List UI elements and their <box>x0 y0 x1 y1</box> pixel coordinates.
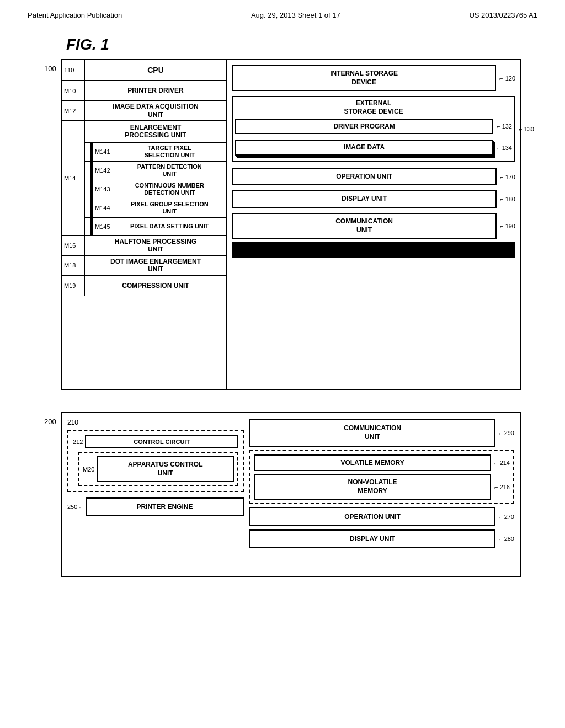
connector-area <box>232 242 515 386</box>
ref-130-label: ⌐ 130 <box>519 126 534 132</box>
external-storage-label: EXTERNALSTORAGE DEVICE <box>235 99 512 115</box>
diag1-outer-box: 110 CPU M10 PRINTER DRIVER M12 IMAGE DAT… <box>61 59 521 390</box>
image-data-stack: IMAGE DATA <box>235 140 493 155</box>
image-data-acq: IMAGE DATA ACQUISITIONUNIT <box>85 101 226 120</box>
apparatus-dashed-box: M20 APPARATUS CONTROLUNIT <box>78 452 238 486</box>
diag2-outer-box: 210 212 CONTROL CIRCUIT M20 APPARATUS CO… <box>61 412 521 577</box>
diag2-operation-row: OPERATION UNIT ⌐ 270 <box>249 507 514 526</box>
row-m143: M143 CONTINUOUS NUMBERDETECTION UNIT <box>85 180 226 199</box>
printer-engine-box: PRINTER ENGINE <box>86 497 244 516</box>
header-right: US 2013/0223765 A1 <box>469 11 537 19</box>
ref-210-label: 210 <box>67 419 244 426</box>
label-m16: M16 <box>62 236 85 255</box>
row-m142: M142 PATTERN DETECTIONUNIT <box>85 162 226 180</box>
label-m145: M145 <box>90 218 113 235</box>
diag2-operation-box: OPERATION UNIT <box>249 507 495 526</box>
header-left: Patent Application Publication <box>28 11 122 19</box>
row-m14-group: M14 ENLARGEMENTPROCESSING UNIT M141 TARG… <box>62 121 226 236</box>
ref-110: 110 <box>62 60 85 80</box>
volatile-row: VOLATILE MEMORY ⌐ 214 <box>254 454 510 471</box>
enlargement-unit: ENLARGEMENTPROCESSING UNIT <box>85 121 226 143</box>
ref-134: ⌐ 134 <box>497 144 512 151</box>
ref-214: ⌐ 214 <box>494 459 510 466</box>
diag2-display-box: DISPLAY UNIT <box>249 529 495 548</box>
target-pixel: TARGET PIXELSELECTION UNIT <box>113 143 226 161</box>
driver-program-box: DRIVER PROGRAM <box>235 119 493 134</box>
memory-dashed-box: VOLATILE MEMORY ⌐ 214 NON-VOLATILEMEMORY… <box>249 450 514 504</box>
comm-unit-box: COMMUNICATIONUNIT <box>232 213 497 239</box>
halftone-unit: HALFTONE PROCESSINGUNIT <box>85 236 226 255</box>
label-m142: M142 <box>90 162 113 180</box>
control-dashed-box: 212 CONTROL CIRCUIT M20 APPARATUS CONTRO… <box>67 430 244 492</box>
volatile-box: VOLATILE MEMORY <box>254 454 491 471</box>
label-m144: M144 <box>90 199 113 217</box>
control-circuit-row: 212 CONTROL CIRCUIT <box>73 435 238 448</box>
ref-m20-label: M20 <box>83 466 94 473</box>
label-m12: M12 <box>62 101 85 120</box>
row-m145: M145 PIXEL DATA SETTING UNIT <box>85 218 226 235</box>
header-middle: Aug. 29, 2013 Sheet 1 of 17 <box>251 11 340 19</box>
continuous-number: CONTINUOUS NUMBERDETECTION UNIT <box>113 180 226 199</box>
row-m12: M12 IMAGE DATA ACQUISITIONUNIT <box>62 101 226 121</box>
ref-120: ⌐120 <box>499 75 515 82</box>
cpu-label: CPU <box>85 60 226 80</box>
pixel-data-setting: PIXEL DATA SETTING UNIT <box>113 218 226 235</box>
apparatus-control-row: M20 APPARATUS CONTROLUNIT <box>83 456 234 482</box>
operation-unit-row: OPERATION UNIT ⌐ 170 <box>232 168 515 186</box>
ref-250-label: 250 <box>67 504 77 510</box>
image-data-row: IMAGE DATA ⌐ 134 <box>235 140 512 155</box>
ref-190: ⌐ 190 <box>500 223 515 229</box>
row-m141: M141 TARGET PIXELSELECTION UNIT <box>85 143 226 162</box>
label-m143: M143 <box>90 180 113 199</box>
pattern-detection: PATTERN DETECTIONUNIT <box>113 162 226 180</box>
ref-290: ⌐ 290 <box>499 430 514 436</box>
row-m10: M10 PRINTER DRIVER <box>62 81 226 101</box>
display-unit-box: DISPLAY UNIT <box>232 190 497 208</box>
row-m144: M144 PIXEL GROUP SELECTIONUNIT <box>85 199 226 218</box>
ref-132: ⌐ 132 <box>497 123 512 130</box>
image-data-box: IMAGE DATA <box>235 140 493 155</box>
driver-program-row: DRIVER PROGRAM ⌐ 132 <box>235 117 512 135</box>
nonvolatile-box: NON-VOLATILEMEMORY <box>254 474 491 500</box>
operation-unit-box: OPERATION UNIT <box>232 168 497 186</box>
apparatus-control-box: APPARATUS CONTROLUNIT <box>97 456 234 482</box>
diagram1: 100 110 CPU M10 PRINTER DRIVER M12 IMAGE… <box>44 59 521 390</box>
diag2-display-row: DISPLAY UNIT ⌐ 280 <box>249 529 514 548</box>
diagram2: 200 210 212 CONTROL CIRCUIT M20 <box>44 412 521 577</box>
label-m18: M18 <box>62 256 85 275</box>
row-m19: M19 COMPRESSION UNIT <box>62 276 226 296</box>
row-m18: M18 DOT IMAGE ENLARGEMENTUNIT <box>62 256 226 276</box>
label-m14: M14 <box>62 121 85 235</box>
label-m19: M19 <box>62 276 85 296</box>
ref-270: ⌐ 270 <box>499 513 514 520</box>
display-unit-row: DISPLAY UNIT ⌐ 180 <box>232 190 515 208</box>
ref-216: ⌐ 216 <box>494 484 510 490</box>
dot-image-unit: DOT IMAGE ENLARGEMENTUNIT <box>85 256 226 275</box>
comm-unit-row: COMMUNICATIONUNIT ⌐ 190 <box>232 213 515 239</box>
printer-engine-row: 250 ⌐ PRINTER ENGINE <box>67 497 244 516</box>
diagram-area: 100 110 CPU M10 PRINTER DRIVER M12 IMAGE… <box>22 59 543 577</box>
compression-unit: COMPRESSION UNIT <box>85 276 226 296</box>
figure-title: FIG. 1 <box>66 36 543 53</box>
diag1-right-section: INTERNAL STORAGEDEVICE ⌐120 EXTERNALSTOR… <box>227 60 520 389</box>
internal-storage-row: INTERNAL STORAGEDEVICE ⌐120 <box>232 65 515 91</box>
diag1-ref: 100 <box>44 65 56 73</box>
ref-250-arrow: ⌐ <box>79 504 83 510</box>
ref-280: ⌐ 280 <box>499 536 514 542</box>
label-m10: M10 <box>62 81 85 100</box>
diag2-ref: 200 <box>44 417 56 426</box>
page-header: Patent Application Publication Aug. 29, … <box>22 11 543 19</box>
printer-driver: PRINTER DRIVER <box>85 81 226 100</box>
control-circuit-box: CONTROL CIRCUIT <box>85 435 238 448</box>
diag2-comm-box: COMMUNICATIONUNIT <box>249 419 495 447</box>
internal-storage-box: INTERNAL STORAGEDEVICE <box>232 65 496 91</box>
ref-212-label: 212 <box>73 438 83 445</box>
diag2-comm-row: COMMUNICATIONUNIT ⌐ 290 <box>249 419 514 447</box>
nonvolatile-row: NON-VOLATILEMEMORY ⌐ 216 <box>254 474 510 500</box>
external-storage-group: EXTERNALSTORAGE DEVICE DRIVER PROGRAM ⌐ … <box>232 96 515 162</box>
diag2-left-section: 210 212 CONTROL CIRCUIT M20 APPARATUS CO… <box>67 419 244 571</box>
pixel-group: PIXEL GROUP SELECTIONUNIT <box>113 199 226 217</box>
label-m141: M141 <box>90 143 113 161</box>
ref-180: ⌐ 180 <box>500 196 515 202</box>
vertical-connector <box>232 242 515 258</box>
